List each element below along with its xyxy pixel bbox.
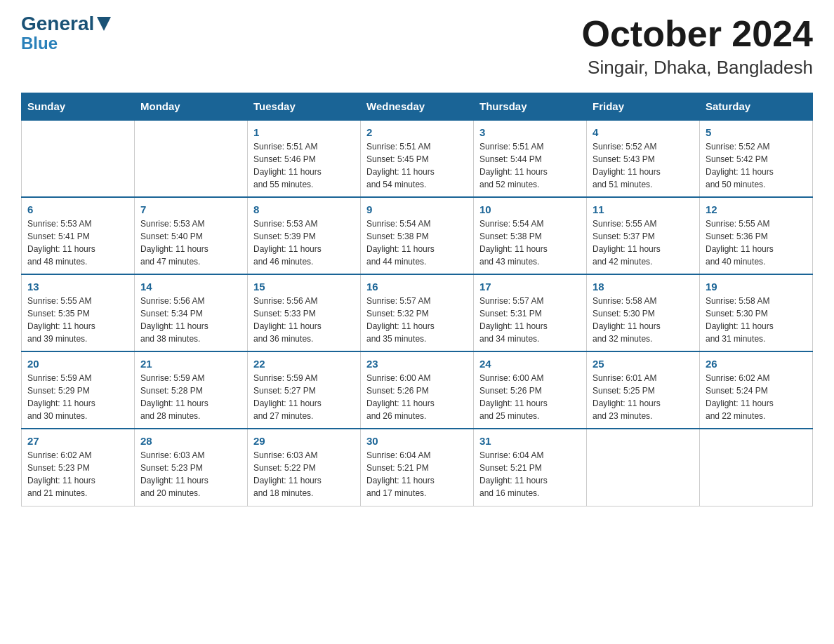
calendar-day-header: Saturday: [700, 93, 813, 121]
day-info: Sunrise: 5:55 AM Sunset: 5:37 PM Dayligh…: [593, 217, 694, 268]
day-number: 24: [479, 358, 581, 370]
day-info: Sunrise: 6:00 AM Sunset: 5:26 PM Dayligh…: [479, 372, 581, 422]
calendar-cell: 15Sunrise: 5:56 AM Sunset: 5:33 PM Dayli…: [248, 274, 361, 351]
day-number: 27: [27, 435, 128, 447]
day-number: 31: [479, 435, 581, 447]
calendar-cell: 4Sunrise: 5:52 AM Sunset: 5:43 PM Daylig…: [587, 120, 700, 197]
calendar-cell: 23Sunrise: 6:00 AM Sunset: 5:26 PM Dayli…: [361, 351, 474, 429]
day-info: Sunrise: 5:55 AM Sunset: 5:36 PM Dayligh…: [706, 217, 807, 268]
day-number: 29: [253, 435, 355, 447]
day-number: 21: [140, 358, 241, 370]
day-info: Sunrise: 5:55 AM Sunset: 5:35 PM Dayligh…: [27, 295, 128, 345]
day-number: 9: [366, 203, 468, 215]
calendar-week-row: 6Sunrise: 5:53 AM Sunset: 5:41 PM Daylig…: [22, 197, 813, 274]
day-number: 18: [593, 281, 694, 293]
calendar-cell: 5Sunrise: 5:52 AM Sunset: 5:42 PM Daylig…: [700, 120, 813, 197]
calendar-week-row: 1Sunrise: 5:51 AM Sunset: 5:46 PM Daylig…: [22, 120, 813, 197]
calendar-week-row: 13Sunrise: 5:55 AM Sunset: 5:35 PM Dayli…: [22, 274, 813, 351]
day-info: Sunrise: 6:04 AM Sunset: 5:21 PM Dayligh…: [366, 449, 468, 499]
calendar-cell: 16Sunrise: 5:57 AM Sunset: 5:32 PM Dayli…: [361, 274, 474, 351]
day-info: Sunrise: 6:03 AM Sunset: 5:22 PM Dayligh…: [253, 449, 355, 499]
calendar-cell: 22Sunrise: 5:59 AM Sunset: 5:27 PM Dayli…: [248, 351, 361, 429]
calendar-cell: 29Sunrise: 6:03 AM Sunset: 5:22 PM Dayli…: [248, 429, 361, 506]
calendar-subtitle: Singair, Dhaka, Bangladesh: [582, 57, 814, 79]
calendar-cell: 14Sunrise: 5:56 AM Sunset: 5:34 PM Dayli…: [135, 274, 248, 351]
day-number: 5: [706, 126, 807, 138]
logo-blue-text: Blue: [21, 34, 58, 53]
day-info: Sunrise: 6:03 AM Sunset: 5:23 PM Dayligh…: [140, 449, 241, 499]
day-info: Sunrise: 6:00 AM Sunset: 5:26 PM Dayligh…: [366, 372, 468, 422]
day-info: Sunrise: 5:54 AM Sunset: 5:38 PM Dayligh…: [366, 217, 468, 268]
calendar-cell: 11Sunrise: 5:55 AM Sunset: 5:37 PM Dayli…: [587, 197, 700, 274]
calendar-table: SundayMondayTuesdayWednesdayThursdayFrid…: [21, 93, 813, 507]
day-info: Sunrise: 5:57 AM Sunset: 5:32 PM Dayligh…: [366, 295, 468, 345]
calendar-cell: 18Sunrise: 5:58 AM Sunset: 5:30 PM Dayli…: [587, 274, 700, 351]
calendar-cell: 13Sunrise: 5:55 AM Sunset: 5:35 PM Dayli…: [22, 274, 135, 351]
day-info: Sunrise: 5:57 AM Sunset: 5:31 PM Dayligh…: [479, 295, 581, 345]
day-number: 2: [366, 126, 468, 138]
calendar-day-header: Sunday: [22, 93, 135, 121]
day-info: Sunrise: 5:51 AM Sunset: 5:44 PM Dayligh…: [479, 140, 581, 191]
day-number: 16: [366, 281, 468, 293]
calendar-cell: 2Sunrise: 5:51 AM Sunset: 5:45 PM Daylig…: [361, 120, 474, 197]
calendar-cell: [135, 120, 248, 197]
day-info: Sunrise: 5:56 AM Sunset: 5:34 PM Dayligh…: [140, 295, 241, 345]
day-number: 11: [593, 203, 694, 215]
day-info: Sunrise: 6:02 AM Sunset: 5:23 PM Dayligh…: [27, 449, 128, 499]
calendar-day-header: Thursday: [474, 93, 587, 121]
calendar-cell: 7Sunrise: 5:53 AM Sunset: 5:40 PM Daylig…: [135, 197, 248, 274]
logo-general-text: General: [21, 14, 94, 34]
day-info: Sunrise: 5:59 AM Sunset: 5:29 PM Dayligh…: [27, 372, 128, 422]
calendar-cell: 8Sunrise: 5:53 AM Sunset: 5:39 PM Daylig…: [248, 197, 361, 274]
day-number: 7: [140, 203, 241, 215]
calendar-cell: 31Sunrise: 6:04 AM Sunset: 5:21 PM Dayli…: [474, 429, 587, 506]
day-info: Sunrise: 5:54 AM Sunset: 5:38 PM Dayligh…: [479, 217, 581, 268]
day-number: 17: [479, 281, 581, 293]
day-info: Sunrise: 5:53 AM Sunset: 5:40 PM Dayligh…: [140, 217, 241, 268]
calendar-day-header: Tuesday: [248, 93, 361, 121]
day-number: 1: [253, 126, 355, 138]
day-info: Sunrise: 6:01 AM Sunset: 5:25 PM Dayligh…: [593, 372, 694, 422]
day-number: 22: [253, 358, 355, 370]
calendar-cell: 12Sunrise: 5:55 AM Sunset: 5:36 PM Dayli…: [700, 197, 813, 274]
day-number: 14: [140, 281, 241, 293]
day-info: Sunrise: 6:04 AM Sunset: 5:21 PM Dayligh…: [479, 449, 581, 499]
day-number: 10: [479, 203, 581, 215]
day-number: 12: [706, 203, 807, 215]
day-info: Sunrise: 5:59 AM Sunset: 5:27 PM Dayligh…: [253, 372, 355, 422]
calendar-title: October 2024: [582, 14, 814, 54]
calendar-cell: [22, 120, 135, 197]
day-info: Sunrise: 5:52 AM Sunset: 5:42 PM Dayligh…: [706, 140, 807, 191]
day-number: 20: [27, 358, 128, 370]
day-number: 15: [253, 281, 355, 293]
calendar-cell: 10Sunrise: 5:54 AM Sunset: 5:38 PM Dayli…: [474, 197, 587, 274]
calendar-cell: [700, 429, 813, 506]
day-info: Sunrise: 5:51 AM Sunset: 5:46 PM Dayligh…: [253, 140, 355, 191]
day-number: 6: [27, 203, 128, 215]
calendar-cell: 1Sunrise: 5:51 AM Sunset: 5:46 PM Daylig…: [248, 120, 361, 197]
day-info: Sunrise: 5:58 AM Sunset: 5:30 PM Dayligh…: [593, 295, 694, 345]
day-info: Sunrise: 5:52 AM Sunset: 5:43 PM Dayligh…: [593, 140, 694, 191]
calendar-cell: [587, 429, 700, 506]
calendar-cell: 30Sunrise: 6:04 AM Sunset: 5:21 PM Dayli…: [361, 429, 474, 506]
day-info: Sunrise: 5:51 AM Sunset: 5:45 PM Dayligh…: [366, 140, 468, 191]
day-number: 3: [479, 126, 581, 138]
calendar-cell: 19Sunrise: 5:58 AM Sunset: 5:30 PM Dayli…: [700, 274, 813, 351]
logo-triangle-icon: [97, 17, 111, 31]
day-info: Sunrise: 5:59 AM Sunset: 5:28 PM Dayligh…: [140, 372, 241, 422]
day-number: 4: [593, 126, 694, 138]
calendar-cell: 3Sunrise: 5:51 AM Sunset: 5:44 PM Daylig…: [474, 120, 587, 197]
day-number: 19: [706, 281, 807, 293]
day-number: 26: [706, 358, 807, 370]
day-number: 23: [366, 358, 468, 370]
calendar-week-row: 20Sunrise: 5:59 AM Sunset: 5:29 PM Dayli…: [22, 351, 813, 429]
day-info: Sunrise: 5:53 AM Sunset: 5:41 PM Dayligh…: [27, 217, 128, 268]
day-number: 25: [593, 358, 694, 370]
calendar-title-section: October 2024 Singair, Dhaka, Bangladesh: [582, 14, 814, 79]
calendar-header-row: SundayMondayTuesdayWednesdayThursdayFrid…: [22, 93, 813, 121]
day-info: Sunrise: 6:02 AM Sunset: 5:24 PM Dayligh…: [706, 372, 807, 422]
calendar-cell: 6Sunrise: 5:53 AM Sunset: 5:41 PM Daylig…: [22, 197, 135, 274]
calendar-day-header: Monday: [135, 93, 248, 121]
calendar-week-row: 27Sunrise: 6:02 AM Sunset: 5:23 PM Dayli…: [22, 429, 813, 506]
logo: General Blue: [21, 14, 111, 53]
